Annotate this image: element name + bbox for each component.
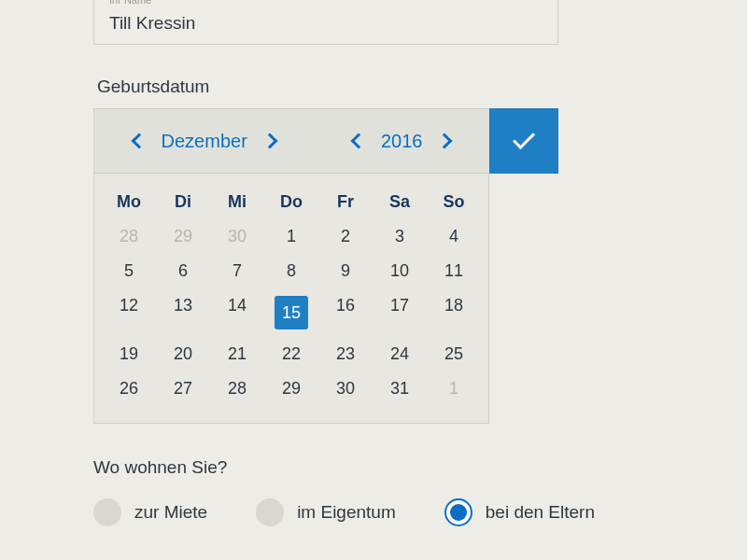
name-field-label: Ihr Name — [109, 0, 151, 6]
calendar-day[interactable]: 23 — [318, 337, 373, 371]
calendar-day[interactable]: 7 — [210, 254, 264, 288]
housing-option-eigentum[interactable]: im Eigentum — [256, 498, 396, 526]
calendar-day[interactable]: 20 — [156, 337, 210, 371]
calendar-day[interactable]: 25 — [427, 337, 481, 371]
date-nav-bar: Dezember 2016 — [93, 108, 489, 174]
weekday-head: Di — [156, 185, 210, 219]
calendar-day[interactable]: 28 — [210, 371, 264, 406]
calendar-day[interactable]: 16 — [318, 288, 373, 337]
calendar-day-selected[interactable]: 15 — [264, 288, 318, 337]
weekday-head: Sa — [373, 185, 427, 219]
housing-options: zur Miete im Eigentum bei den Eltern — [93, 498, 747, 526]
check-icon — [513, 127, 535, 149]
calendar-row: 12 13 14 15 16 17 18 — [102, 288, 481, 337]
housing-option-label: im Eigentum — [297, 502, 396, 523]
calendar-day-other-month[interactable]: 29 — [156, 219, 210, 254]
calendar-day[interactable]: 1 — [264, 219, 318, 254]
calendar-day[interactable]: 2 — [318, 219, 373, 254]
calendar-day[interactable]: 27 — [156, 371, 210, 406]
calendar-day-selected-value: 15 — [275, 296, 308, 329]
date-picker: Dezember 2016 Mo Di Mi Do Fr Sa — [93, 108, 558, 424]
weekday-head: So — [427, 185, 481, 219]
calendar-row: 5 6 7 8 9 10 11 — [102, 254, 481, 288]
calendar-day-other-month[interactable]: 1 — [427, 371, 481, 406]
weekday-head: Mi — [210, 185, 264, 219]
calendar-day[interactable]: 22 — [264, 337, 318, 371]
date-picker-header: Dezember 2016 — [93, 108, 558, 174]
year-prev-icon[interactable] — [350, 133, 366, 149]
weekday-head: Fr — [318, 185, 373, 219]
calendar-day[interactable]: 9 — [318, 254, 373, 288]
housing-option-label: zur Miete — [134, 502, 207, 523]
name-field-value: Till Kressin — [109, 13, 195, 34]
weekday-head: Do — [264, 185, 318, 219]
weekday-header-row: Mo Di Mi Do Fr Sa So — [102, 185, 481, 219]
calendar-day[interactable]: 21 — [210, 337, 264, 371]
calendar-day[interactable]: 18 — [427, 288, 481, 337]
radio-icon-checked — [444, 498, 472, 526]
calendar-day[interactable]: 6 — [156, 254, 210, 288]
housing-option-label: bei den Eltern — [486, 502, 595, 523]
calendar-day[interactable]: 24 — [373, 337, 427, 371]
name-input-field[interactable]: Ihr Name Till Kressin — [93, 0, 558, 45]
calendar-row: 26 27 28 29 30 31 1 — [102, 371, 481, 406]
housing-option-miete[interactable]: zur Miete — [93, 498, 207, 526]
calendar-day[interactable]: 17 — [373, 288, 427, 337]
month-prev-icon[interactable] — [131, 133, 147, 149]
year-nav: 2016 — [353, 131, 451, 152]
radio-icon — [256, 498, 284, 526]
confirm-date-button[interactable] — [489, 108, 558, 174]
radio-icon — [93, 498, 121, 526]
year-next-icon[interactable] — [437, 133, 453, 149]
calendar-day[interactable]: 29 — [264, 371, 318, 406]
birthdate-label: Geburtsdatum — [93, 77, 747, 97]
weekday-head: Mo — [102, 185, 156, 219]
calendar-day[interactable]: 13 — [156, 288, 210, 337]
housing-section: Wo wohnen Sie? zur Miete im Eigentum bei… — [93, 457, 747, 526]
calendar-day[interactable]: 14 — [210, 288, 264, 337]
month-nav: Dezember — [134, 131, 275, 152]
calendar-day[interactable]: 5 — [102, 254, 156, 288]
calendar-day[interactable]: 10 — [373, 254, 427, 288]
calendar-day[interactable]: 11 — [427, 254, 481, 288]
radio-inner-dot — [450, 504, 467, 521]
housing-option-eltern[interactable]: bei den Eltern — [444, 498, 595, 526]
calendar-day[interactable]: 3 — [373, 219, 427, 254]
calendar-day[interactable]: 4 — [427, 219, 481, 254]
calendar-grid: Mo Di Mi Do Fr Sa So 28 29 30 1 2 3 4 5 … — [93, 174, 489, 424]
month-label[interactable]: Dezember — [162, 131, 247, 152]
calendar-day[interactable]: 30 — [318, 371, 373, 406]
calendar-day[interactable]: 12 — [102, 288, 156, 337]
month-next-icon[interactable] — [261, 133, 277, 149]
calendar-day[interactable]: 19 — [102, 337, 156, 371]
calendar-day[interactable]: 8 — [264, 254, 318, 288]
year-label[interactable]: 2016 — [381, 131, 423, 152]
calendar-day-other-month[interactable]: 28 — [102, 219, 156, 254]
calendar-row: 28 29 30 1 2 3 4 — [102, 219, 481, 254]
calendar-day[interactable]: 31 — [373, 371, 427, 406]
calendar-row: 19 20 21 22 23 24 25 — [102, 337, 481, 371]
housing-question: Wo wohnen Sie? — [93, 457, 747, 478]
calendar-day[interactable]: 26 — [102, 371, 156, 406]
calendar-day-other-month[interactable]: 30 — [210, 219, 264, 254]
